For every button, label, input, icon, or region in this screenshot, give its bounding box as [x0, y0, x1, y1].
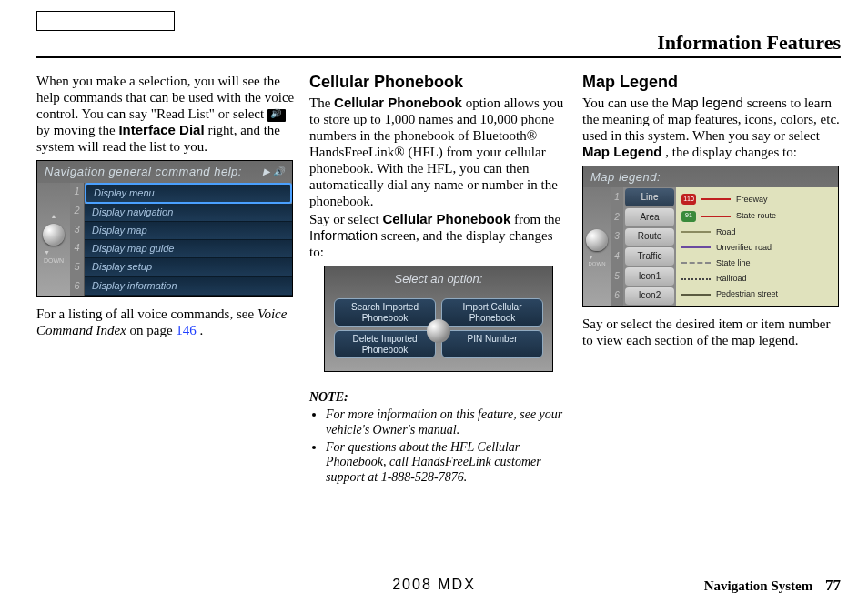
- nav-help-icons: ▶ 🔊: [263, 166, 285, 177]
- col2-para1-b: option allows you to store up to 1,000 n…: [309, 95, 563, 208]
- note-list: For more information on this feature, se…: [313, 407, 568, 486]
- map-legend-body: ▼DOWN 123456 Line Area Route Traffic Ico…: [583, 187, 838, 306]
- legend-row-4: State line: [681, 258, 833, 268]
- col2-para1-a: The: [309, 95, 334, 110]
- legend-row-5: Railroad: [681, 274, 833, 284]
- col3-para2: Say or select the desired item or item n…: [582, 316, 841, 348]
- note-item-1: For more information on this feature, se…: [326, 407, 568, 438]
- page-ref-146: 146: [176, 323, 197, 337]
- col1-para2-a: For a listing of all voice commands, see: [36, 307, 257, 321]
- nav-item-3: Display map: [85, 222, 292, 240]
- column-1: When you make a selection, you will see …: [36, 73, 295, 538]
- legend-line-5: [681, 278, 711, 280]
- map-legend-title: Map legend:: [590, 170, 661, 185]
- legend-label-0: Freeway: [736, 195, 768, 205]
- opt-pin-number: PIN Number: [441, 330, 543, 358]
- col2-para2-b: from the: [514, 212, 560, 226]
- legend-row-1: 91State route: [681, 211, 833, 222]
- map-tab-traffic: Traffic: [625, 247, 674, 266]
- nav-number-column: 123456: [70, 183, 85, 296]
- legend-label-6: Pedestrian street: [716, 289, 778, 299]
- nav-knob: [43, 224, 65, 246]
- opt-delete-imported: Delete Imported Phonebook: [334, 330, 436, 358]
- col2-para1: The Cellular Phonebook option allows you…: [309, 95, 568, 209]
- col2-para2-a: Say or select: [309, 212, 382, 226]
- content-columns: When you make a selection, you will see …: [36, 73, 841, 538]
- column-3: Map Legend You can use the Map legend sc…: [582, 73, 841, 538]
- map-tab-line: Line: [625, 188, 674, 206]
- map-legend-bold: Map Legend: [582, 144, 662, 159]
- map-tab-icon2: Icon2: [625, 287, 674, 306]
- legend-shield-110: 110: [681, 194, 696, 205]
- nav-item-6: Display information: [85, 277, 292, 296]
- nav-knob-column: ▲ ▼DOWN: [37, 183, 70, 296]
- col1-para1-a: When you make a selection, you will see …: [36, 74, 294, 121]
- legend-line-1: [701, 216, 731, 217]
- col3-para1: You can use the Map legend screens to le…: [582, 95, 841, 160]
- information-word: Information: [309, 227, 378, 243]
- footer-right: Navigation System 77: [704, 577, 841, 593]
- map-legend-title-bar: Map legend:: [583, 166, 838, 188]
- legend-label-1: State route: [736, 211, 776, 221]
- cellular-phonebook-bold: Cellular Phonebook: [334, 95, 462, 110]
- legend-label-5: Railroad: [716, 274, 747, 284]
- legend-row-6: Pedestrian street: [681, 289, 833, 299]
- option-grid: Search Imported Phonebook Import Cellula…: [325, 291, 552, 371]
- interface-dial-label: Interface Dial: [118, 122, 204, 137]
- map-tab-column: Line Area Route Traffic Icon1 Icon2: [623, 187, 676, 306]
- header-placeholder-box: [36, 11, 175, 31]
- legend-shield-91: 91: [681, 211, 696, 222]
- nav-down-label: ▼DOWN: [44, 249, 64, 265]
- speaker-icon: [267, 109, 286, 122]
- col3-para1-a: You can use the: [582, 95, 671, 110]
- col1-para2-b: on page: [129, 323, 176, 337]
- col1-para2-c: .: [200, 323, 204, 337]
- col1-para2: For a listing of all voice commands, see…: [36, 306, 295, 338]
- footer-center: 2008 MDX: [392, 577, 476, 593]
- note-title: NOTE:: [309, 390, 568, 406]
- map-legend-panel: 110Freeway91State routeRoadUnverified ro…: [676, 187, 838, 306]
- map-tab-area: Area: [625, 208, 674, 226]
- footer-page-number: 77: [825, 577, 841, 593]
- legend-row-2: Road: [681, 227, 833, 237]
- header-rule: [36, 56, 841, 58]
- cellular-phonebook-heading: Cellular Phonebook: [309, 73, 568, 93]
- note-block: NOTE: For more information on this featu…: [309, 390, 568, 486]
- page-title: Information Features: [657, 31, 841, 55]
- opt-search-imported: Search Imported Phonebook: [334, 298, 436, 327]
- nav-item-1: Display menu: [85, 183, 292, 204]
- legend-line-4: [681, 262, 711, 264]
- nav-help-title-bar: Navigation general command help: ▶ 🔊: [37, 161, 292, 183]
- map-number-column: 123456: [611, 187, 623, 306]
- nav-help-title: Navigation general command help:: [45, 165, 242, 179]
- map-tab-icon1: Icon1: [625, 267, 674, 286]
- map-knob: [586, 229, 608, 251]
- map-legend-word: Map legend: [671, 95, 742, 110]
- col1-para1: When you make a selection, you will see …: [36, 73, 295, 155]
- legend-label-3: Unverified road: [716, 243, 772, 253]
- col2-para2: Say or select Cellular Phonebook from th…: [309, 211, 568, 260]
- opt-import-cellular: Import Cellular Phonebook: [441, 298, 543, 327]
- legend-line-2: [681, 231, 711, 233]
- legend-label-4: State line: [716, 258, 751, 268]
- nav-help-body: ▲ ▼DOWN 123456 Display menu Display navi…: [37, 183, 292, 296]
- map-legend-screenshot: Map legend: ▼DOWN 123456 Line Area Route…: [582, 166, 839, 307]
- select-option-title: Select an option:: [325, 266, 552, 292]
- map-down-label: ▼DOWN: [589, 255, 606, 267]
- footer-nav-label: Navigation System: [704, 578, 813, 593]
- legend-row-0: 110Freeway: [681, 194, 833, 205]
- cellular-phonebook-bold2: Cellular Phonebook: [382, 211, 510, 226]
- col3-para1-c: , the display changes to:: [665, 145, 797, 159]
- legend-line-0: [701, 198, 731, 200]
- nav-item-2: Display navigation: [85, 204, 292, 222]
- nav-item-5: Display setup: [85, 258, 292, 276]
- nav-up-label: ▲: [51, 213, 57, 220]
- legend-line-3: [681, 246, 711, 248]
- map-legend-heading: Map Legend: [582, 73, 841, 93]
- col1-para1-b: by moving the: [36, 123, 118, 137]
- map-knob-column: ▼DOWN: [583, 187, 611, 306]
- legend-line-6: [681, 294, 711, 296]
- nav-item-list: Display menu Display navigation Display …: [85, 183, 292, 296]
- legend-label-2: Road: [716, 227, 736, 237]
- map-tab-route: Route: [625, 228, 674, 246]
